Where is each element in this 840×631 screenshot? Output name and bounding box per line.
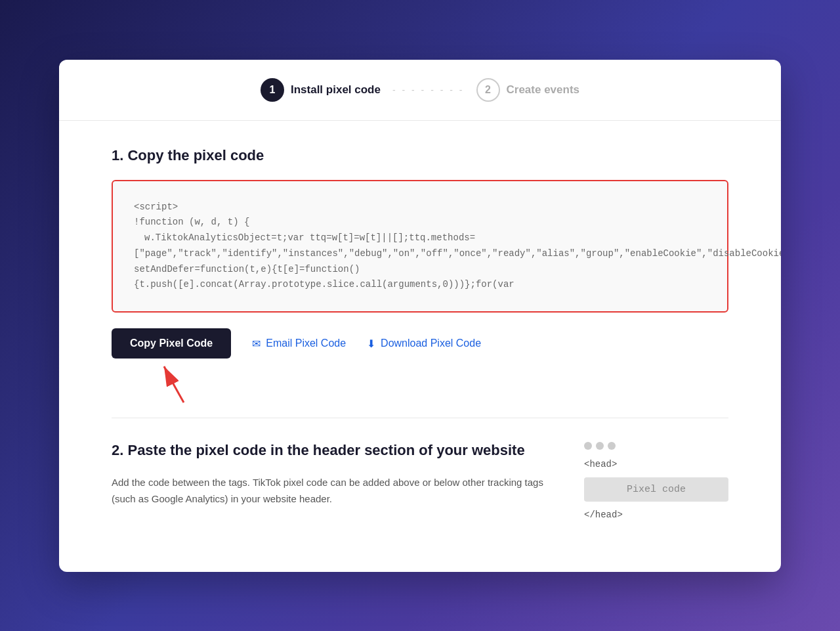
code-line-3: w.TiktokAnalyticsObject=t;var ttq=w[t]=w…: [134, 230, 706, 246]
email-pixel-code-button[interactable]: ✉ Email Pixel Code: [252, 337, 346, 350]
step-2-circle: 2: [476, 78, 500, 102]
copy-pixel-code-button[interactable]: Copy Pixel Code: [112, 328, 231, 359]
stepper: 1 Install pixel code - - - - - - - - 2 C…: [59, 60, 781, 121]
action-buttons: Copy Pixel Code ✉ Email Pixel Code ⬇ Dow…: [112, 328, 728, 359]
email-icon: ✉: [252, 337, 261, 350]
browser-dots: [584, 442, 728, 450]
modal-container: 1 Install pixel code - - - - - - - - 2 C…: [59, 60, 781, 572]
section-paste-code: 2. Paste the pixel code in the header se…: [112, 442, 728, 523]
section2-description: Add the code between the tags. TikTok pi…: [112, 475, 545, 508]
code-line-2: !function (w, d, t) {: [134, 215, 706, 230]
dot-2: [596, 442, 604, 450]
arrow-annotation: [158, 360, 210, 406]
section-copy-code: 1. Copy the pixel code <script> !functio…: [112, 147, 728, 418]
website-preview: <head> Pixel code </head>: [584, 442, 728, 523]
section-divider: [112, 418, 728, 418]
section2-text: 2. Paste the pixel code in the header se…: [112, 442, 545, 508]
pixel-code-placeholder: Pixel code: [584, 477, 728, 502]
dot-1: [584, 442, 592, 450]
section2-title: 2. Paste the pixel code in the header se…: [112, 442, 545, 459]
section1-title: 1. Copy the pixel code: [112, 147, 728, 164]
step-divider: - - - - - - - -: [392, 85, 465, 95]
head-open-tag: <head>: [584, 456, 728, 472]
step-2: 2 Create events: [476, 78, 580, 102]
code-line-4: ["page","track","identify","instances","…: [134, 246, 706, 262]
pixel-code-box: <script> !function (w, d, t) { w.TiktokA…: [112, 180, 728, 313]
dot-3: [608, 442, 616, 450]
download-icon: ⬇: [367, 337, 375, 350]
head-close-tag: </head>: [584, 507, 728, 523]
code-line-1: <script>: [134, 200, 706, 215]
download-pixel-code-button[interactable]: ⬇ Download Pixel Code: [367, 337, 481, 350]
step-1-label: Install pixel code: [291, 83, 381, 97]
code-line-5: setAndDefer=function(t,e){t[e]=function(…: [134, 262, 706, 294]
step-1: 1 Install pixel code: [261, 78, 381, 102]
main-content: 1. Copy the pixel code <script> !functio…: [59, 121, 781, 550]
step-1-circle: 1: [261, 78, 284, 102]
step-2-label: Create events: [507, 83, 580, 97]
